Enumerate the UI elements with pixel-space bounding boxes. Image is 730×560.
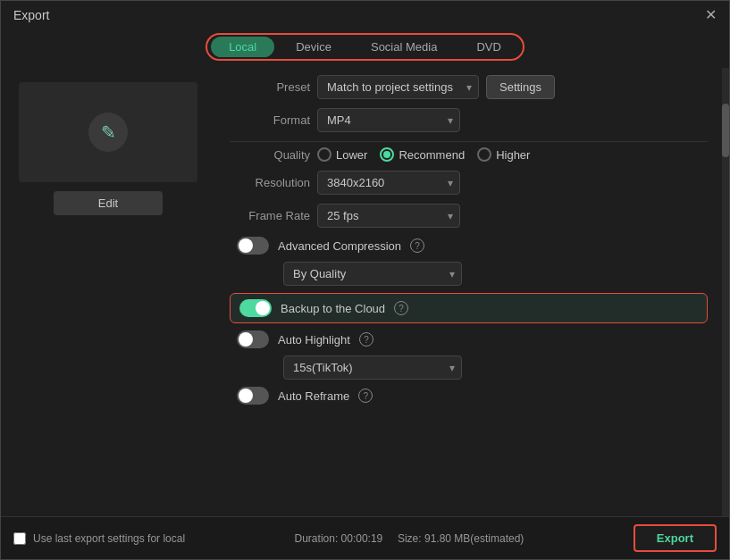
preset-row: Preset Match to project settings Setting…: [230, 75, 708, 99]
close-button[interactable]: ✕: [705, 8, 717, 22]
last-settings-checkbox[interactable]: [13, 532, 26, 545]
advanced-compression-row: Advanced Compression ?: [230, 237, 708, 255]
auto-reframe-row: Auto Reframe ?: [230, 387, 708, 405]
tab-local[interactable]: Local: [211, 37, 274, 57]
advanced-compression-toggle[interactable]: [237, 237, 269, 255]
preview-icon: ✎: [88, 113, 128, 152]
resolution-select-wrapper: 3840x2160: [317, 171, 460, 195]
by-quality-select-wrapper: By Quality: [283, 262, 462, 286]
framerate-select-wrapper: 25 fps: [317, 204, 460, 228]
quality-lower[interactable]: Lower: [317, 147, 367, 162]
radio-lower: [317, 147, 331, 162]
resolution-label: Resolution: [230, 176, 310, 189]
framerate-label: Frame Rate: [230, 209, 310, 222]
divider-1: [230, 141, 708, 142]
auto-reframe-label: Auto Reframe: [278, 389, 349, 403]
format-select[interactable]: MP4: [317, 108, 460, 132]
framerate-row: Frame Rate 25 fps: [230, 204, 708, 228]
window-title: Export: [13, 8, 49, 22]
preset-select[interactable]: Match to project settings: [317, 75, 479, 99]
radio-recommend: [380, 147, 394, 162]
quality-options: Lower Recommend Higher: [317, 147, 708, 162]
scrollbar-track: [722, 68, 729, 516]
settings-button[interactable]: Settings: [486, 75, 555, 99]
auto-highlight-label: Auto Highlight: [278, 333, 350, 347]
format-row: Format MP4: [230, 108, 708, 132]
auto-reframe-toggle[interactable]: [237, 387, 269, 405]
preset-label: Preset: [230, 80, 310, 94]
footer: Use last export settings for local Durat…: [1, 516, 729, 559]
by-quality-select[interactable]: By Quality: [283, 262, 462, 286]
preview-panel: ✎ Edit: [1, 68, 215, 516]
advanced-compression-label: Advanced Compression: [278, 239, 401, 253]
auto-highlight-help[interactable]: ?: [359, 332, 373, 347]
pencil-icon: ✎: [101, 121, 116, 143]
backup-cloud-toggle[interactable]: [239, 299, 272, 317]
quality-higher-label: Higher: [496, 148, 530, 162]
resolution-select[interactable]: 3840x2160: [317, 171, 460, 195]
quality-row: Quality Lower Recommend Higher: [230, 147, 708, 162]
tab-group: Local Device Social Media DVD: [206, 33, 524, 61]
auto-highlight-row: Auto Highlight ?: [230, 330, 708, 348]
advanced-compression-help[interactable]: ?: [410, 238, 424, 253]
radio-higher: [477, 147, 491, 162]
format-label: Format: [230, 113, 310, 127]
resolution-row: Resolution 3840x2160: [230, 171, 708, 195]
quality-lower-label: Lower: [336, 148, 367, 162]
main-content: ✎ Edit Preset Match to project settings …: [1, 68, 729, 516]
title-bar: Export ✕: [1, 1, 729, 29]
tab-social-media[interactable]: Social Media: [353, 37, 455, 57]
quality-higher[interactable]: Higher: [477, 147, 530, 162]
export-window: Export ✕ Local Device Social Media DVD ✎…: [0, 0, 730, 560]
duration-text: Duration: 00:00:19: [295, 532, 383, 545]
quality-label: Quality: [230, 148, 310, 162]
format-select-wrapper: MP4: [317, 108, 460, 132]
auto-highlight-select-wrapper: 15s(TikTok): [283, 355, 462, 380]
export-button[interactable]: Export: [634, 524, 717, 552]
auto-highlight-select[interactable]: 15s(TikTok): [283, 355, 462, 380]
tab-bar: Local Device Social Media DVD: [1, 29, 729, 68]
framerate-select[interactable]: 25 fps: [317, 204, 460, 228]
backup-cloud-label: Backup to the Cloud: [281, 302, 385, 315]
auto-reframe-help[interactable]: ?: [358, 389, 373, 403]
settings-panel: Preset Match to project settings Setting…: [215, 68, 722, 516]
backup-cloud-row: Backup to the Cloud ?: [230, 293, 708, 323]
footer-left: Use last export settings for local: [13, 532, 185, 545]
auto-highlight-sub-row: 15s(TikTok): [230, 355, 708, 380]
size-text: Size: 91.80 MB(estimated): [398, 532, 524, 545]
preset-select-wrapper: Match to project settings: [317, 75, 479, 99]
tab-device[interactable]: Device: [278, 37, 349, 57]
backup-cloud-help[interactable]: ?: [394, 301, 408, 315]
last-settings-label: Use last export settings for local: [33, 532, 185, 545]
edit-button[interactable]: Edit: [54, 191, 163, 215]
tab-dvd[interactable]: DVD: [458, 37, 518, 57]
auto-highlight-toggle[interactable]: [237, 330, 269, 348]
footer-info: Duration: 00:00:19 Size: 91.80 MB(estima…: [295, 532, 524, 545]
quality-recommend-label: Recommend: [399, 148, 465, 162]
preview-thumbnail: ✎: [19, 82, 197, 182]
scrollbar-thumb[interactable]: [722, 104, 729, 157]
by-quality-row: By Quality: [230, 262, 708, 286]
quality-recommend[interactable]: Recommend: [380, 147, 465, 162]
